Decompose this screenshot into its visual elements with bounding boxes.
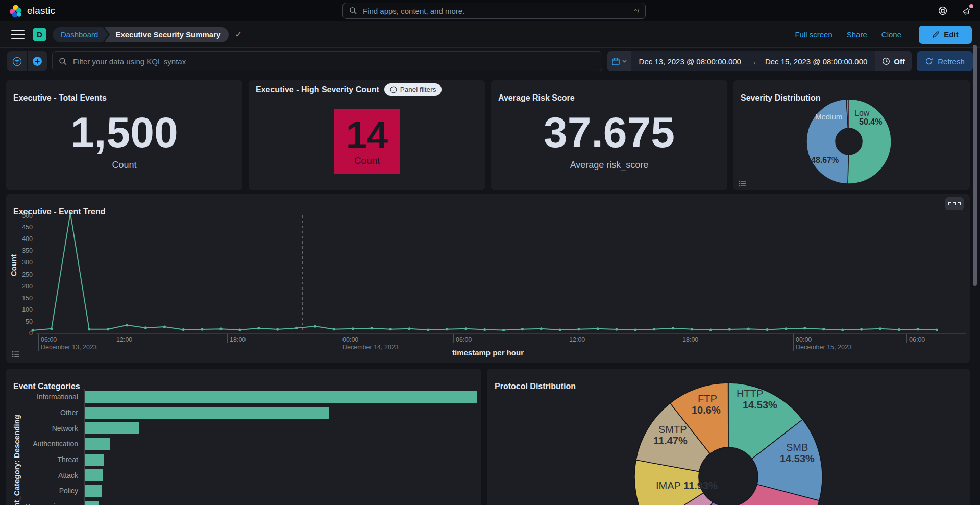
global-search-input[interactable]	[362, 6, 629, 16]
full-screen-link[interactable]: Full screen	[795, 30, 832, 39]
trend-data-point[interactable]	[879, 327, 881, 330]
trend-data-point[interactable]	[803, 327, 806, 329]
breadcrumb-dashboard[interactable]: Dashboard	[53, 27, 108, 42]
trend-data-point[interactable]	[709, 329, 712, 331]
category-bar-zone	[84, 405, 476, 421]
trend-data-point[interactable]	[126, 324, 128, 326]
category-bar-other[interactable]	[85, 407, 329, 419]
trend-data-point[interactable]	[822, 328, 825, 330]
trend-line-series[interactable]	[33, 213, 937, 330]
search-shortcut-hint: ^/	[634, 7, 639, 15]
help-button[interactable]	[937, 5, 948, 16]
trend-data-point[interactable]	[841, 329, 844, 331]
trend-data-point[interactable]	[182, 328, 185, 331]
trend-data-point[interactable]	[389, 328, 392, 330]
date-to[interactable]: Dec 15, 2023 @ 08:00:00.000	[757, 57, 875, 66]
date-picker-menu-button[interactable]	[607, 51, 631, 71]
trend-data-point[interactable]	[352, 327, 354, 330]
trend-data-point[interactable]	[634, 329, 636, 331]
y-tick-label: 250	[22, 271, 33, 278]
kql-query-bar[interactable]	[52, 51, 602, 71]
trend-data-point[interactable]	[31, 329, 34, 331]
event-trend-line-chart[interactable]: 05010015020025030035040045050006:00Decem…	[6, 209, 970, 352]
category-bar-threat[interactable]	[85, 454, 104, 466]
pencil-icon	[932, 31, 940, 38]
trend-data-point[interactable]	[163, 326, 166, 328]
date-from[interactable]: Dec 13, 2023 @ 08:00:00.000	[631, 57, 749, 66]
trend-data-point[interactable]	[238, 329, 241, 331]
trend-data-point[interactable]	[295, 327, 298, 329]
trend-data-point[interactable]	[464, 327, 467, 330]
global-search[interactable]: ^/	[342, 3, 646, 19]
event-categories-bar-chart[interactable]: InformationalOtherNetworkAuthenticationT…	[6, 389, 476, 505]
trend-data-point[interactable]	[201, 328, 204, 331]
trend-data-point[interactable]	[371, 327, 373, 329]
share-link[interactable]: Share	[847, 30, 867, 39]
trend-data-point[interactable]	[144, 326, 147, 329]
legend-toggle-button[interactable]	[739, 180, 746, 189]
panel-severity-distribution: Severity Distribution Medium Low 50.4% 4…	[733, 80, 970, 190]
kql-query-input[interactable]	[72, 57, 596, 66]
trend-data-point[interactable]	[276, 328, 279, 331]
trend-data-point[interactable]	[728, 328, 731, 331]
x-tick-label: 06:00	[909, 336, 925, 343]
trend-data-point[interactable]	[578, 328, 580, 330]
space-avatar[interactable]: D	[33, 28, 46, 41]
clone-link[interactable]: Clone	[881, 30, 901, 39]
trend-data-point[interactable]	[540, 327, 543, 330]
trend-data-point[interactable]	[898, 328, 900, 331]
auto-refresh-toggle[interactable]: Off	[875, 51, 912, 71]
trend-data-point[interactable]	[427, 329, 429, 331]
trend-data-point[interactable]	[615, 328, 618, 331]
category-bar-attack[interactable]	[85, 469, 103, 481]
elastic-brand[interactable]: elastic	[8, 4, 55, 18]
trend-data-point[interactable]	[766, 328, 769, 331]
category-bar-reconnaissance[interactable]	[85, 501, 99, 505]
trend-data-point[interactable]	[559, 329, 561, 331]
edit-button[interactable]: Edit	[919, 26, 972, 44]
trend-data-point[interactable]	[50, 327, 53, 330]
trend-data-point[interactable]	[219, 328, 222, 330]
breadcrumb-current-page[interactable]: Executive Security Summary	[104, 27, 229, 42]
trend-data-point[interactable]	[917, 328, 919, 330]
page-scrollbar[interactable]	[973, 45, 977, 286]
severity-slice-Medium[interactable]	[806, 99, 848, 184]
panel-total-events: Executive - Total Events 1,500 Count	[6, 80, 242, 190]
menu-button[interactable]	[11, 30, 24, 39]
protocol-slice-pct: 11.47%	[653, 435, 688, 447]
panel-options-button[interactable]	[945, 197, 964, 210]
trend-data-point[interactable]	[502, 329, 505, 331]
add-filter-button[interactable]	[27, 51, 47, 71]
trend-data-point[interactable]	[314, 325, 316, 328]
trend-data-point[interactable]	[691, 328, 693, 330]
category-bar-authentication[interactable]	[85, 438, 110, 450]
saved-query-menu-button[interactable]	[7, 51, 27, 71]
trend-data-point[interactable]	[596, 327, 599, 330]
protocol-slice-label: HTTP	[737, 388, 763, 400]
legend-toggle-button[interactable]	[12, 350, 20, 360]
trend-data-point[interactable]	[936, 329, 938, 331]
edit-button-label: Edit	[944, 30, 958, 39]
life-ring-icon	[938, 6, 948, 16]
trend-data-point[interactable]	[257, 327, 260, 329]
trend-data-point[interactable]	[521, 328, 524, 330]
trend-data-point[interactable]	[653, 328, 655, 330]
trend-data-point[interactable]	[860, 328, 863, 331]
refresh-button[interactable]: Refresh	[917, 51, 973, 71]
trend-data-point[interactable]	[785, 327, 787, 330]
category-bar-zone	[84, 389, 477, 405]
trend-data-point[interactable]	[107, 328, 109, 330]
trend-data-point[interactable]	[408, 327, 410, 330]
category-bar-network[interactable]	[85, 422, 139, 434]
news-feed-button[interactable]	[961, 5, 972, 16]
category-bar-zone	[84, 499, 476, 505]
trend-data-point[interactable]	[446, 328, 448, 330]
trend-data-point[interactable]	[483, 328, 486, 331]
trend-data-point[interactable]	[88, 328, 90, 330]
trend-data-point[interactable]	[672, 327, 674, 329]
panel-filters-badge[interactable]: Panel filters	[384, 83, 442, 96]
category-bar-policy[interactable]	[85, 485, 102, 497]
trend-data-point[interactable]	[747, 328, 750, 330]
trend-data-point[interactable]	[333, 328, 335, 330]
category-bar-informational[interactable]	[85, 391, 477, 403]
